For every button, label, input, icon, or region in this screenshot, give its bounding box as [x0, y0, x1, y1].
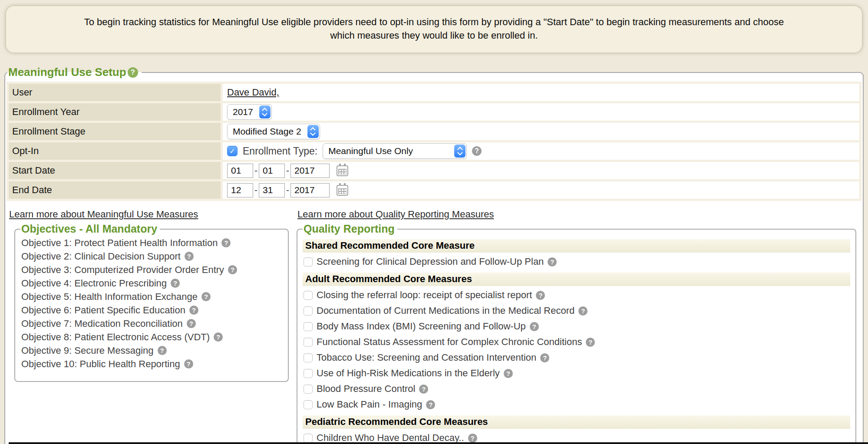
- help-icon[interactable]: ?: [201, 292, 211, 301]
- help-icon[interactable]: ?: [214, 332, 223, 342]
- enrollment-type-label: Enrollment Type:: [243, 145, 317, 157]
- measure-label: Closing the referral loop: receipt of sp…: [317, 289, 532, 301]
- objective-item: Objective 4: Electronic Prescribing ?: [20, 276, 283, 290]
- chevron-down-icon: [457, 150, 463, 155]
- help-icon[interactable]: ?: [426, 400, 435, 409]
- objective-item: Objective 6: Patient Specific Education …: [20, 303, 283, 317]
- calendar-icon[interactable]: [337, 185, 348, 196]
- enrollment-stage-value: Modified Stage 2: [233, 126, 307, 137]
- date-separator: -: [254, 185, 257, 195]
- opt-in-checkbox[interactable]: ✓: [227, 146, 238, 156]
- enrollment-year-select[interactable]: 2017: [227, 104, 272, 120]
- help-icon[interactable]: ?: [221, 238, 231, 247]
- objective-item: Objective 5: Health Information Exchange…: [20, 290, 283, 303]
- help-icon[interactable]: ?: [536, 291, 545, 300]
- measure-label: Use of High-Risk Medications in the Elde…: [317, 368, 500, 379]
- end-month-input[interactable]: [227, 183, 253, 197]
- table-row-enrollment-stage: Enrollment Stage Modified Stage 2: [9, 123, 859, 140]
- help-icon[interactable]: ?: [171, 279, 180, 288]
- measure-section-header: Shared Recommended Core Measure: [303, 239, 850, 253]
- measure-row: Functional Status Assessment for Complex…: [303, 334, 850, 350]
- objective-label: Objective 8: Patient Electronic Access (…: [21, 332, 210, 343]
- objective-item: Objective 8: Patient Electronic Access (…: [20, 330, 283, 344]
- measure-checkbox[interactable]: [304, 322, 313, 331]
- learn-more-mu-link[interactable]: Learn more about Meaningful Use Measures: [9, 209, 198, 220]
- select-spinner: [307, 125, 319, 138]
- measure-checkbox[interactable]: [304, 400, 313, 409]
- measure-checkbox[interactable]: [304, 291, 313, 300]
- measure-label: Functional Status Assessment for Complex…: [317, 336, 582, 348]
- frame-bottom-edge: [9, 442, 868, 444]
- objective-label: Objective 6: Patient Specific Education: [21, 305, 185, 316]
- meaningful-use-page: { "banner": { "line1": "To begin trackin…: [0, 0, 868, 444]
- table-row-enrollment-year: Enrollment Year 2017: [9, 103, 859, 121]
- table-row-start-date: Start Date - -: [9, 162, 859, 179]
- objective-item: Objective 3: Computerized Provider Order…: [20, 263, 283, 276]
- help-icon[interactable]: ?: [586, 338, 595, 347]
- enrollment-stage-label: Enrollment Stage: [9, 123, 221, 140]
- user-link[interactable]: Dave David,: [227, 87, 279, 98]
- help-icon[interactable]: ?: [228, 265, 237, 274]
- objective-label: Objective 9: Secure Messaging: [21, 345, 154, 356]
- measure-checkbox[interactable]: [304, 338, 313, 347]
- measure-label: Tobacco Use: Screening and Cessation Int…: [317, 352, 536, 363]
- measure-row: Closing the referral loop: receipt of sp…: [303, 287, 850, 303]
- objectives-fieldset: Objectives - All Mandatory Objective 1: …: [14, 223, 289, 382]
- help-icon[interactable]: ?: [548, 257, 557, 266]
- objectives-list: Objective 1: Protect Patient Health Info…: [20, 236, 283, 371]
- start-day-input[interactable]: [259, 164, 285, 178]
- objective-label: Objective 2: Clinical Decision Support: [21, 251, 181, 262]
- quality-measures-list: Shared Recommended Core Measure Screenin…: [303, 239, 850, 444]
- objective-item: Objective 7: Medication Reconciliation ?: [20, 317, 283, 330]
- measure-checkbox[interactable]: [304, 369, 313, 378]
- measure-row: Low Back Pain - Imaging ?: [303, 397, 850, 412]
- start-year-input[interactable]: [290, 164, 330, 178]
- table-row-opt-in: Opt-In ✓ Enrollment Type: Meaningful Use…: [9, 142, 859, 160]
- banner-line-1: To begin tracking statistics for Meaning…: [22, 15, 846, 29]
- objectives-legend: Objectives - All Mandatory: [20, 223, 160, 235]
- help-icon[interactable]: ?: [189, 306, 198, 315]
- help-icon[interactable]: ?: [187, 319, 196, 328]
- enrollment-type-select[interactable]: Meaningful Use Only: [323, 143, 467, 159]
- measure-checkbox[interactable]: [304, 257, 313, 266]
- measure-section-header: Adult Recommended Core Measures: [303, 273, 850, 286]
- enrollment-type-value: Meaningful Use Only: [328, 146, 418, 156]
- start-month-input[interactable]: [227, 164, 253, 178]
- enrollment-stage-select[interactable]: Modified Stage 2: [227, 124, 320, 139]
- end-day-input[interactable]: [259, 183, 285, 197]
- objective-label: Objective 3: Computerized Provider Order…: [21, 264, 224, 276]
- help-icon[interactable]: ?: [419, 385, 428, 394]
- calendar-icon[interactable]: [337, 165, 348, 176]
- help-icon[interactable]: ?: [158, 346, 167, 355]
- enrollment-year-value: 2017: [233, 107, 258, 117]
- objective-item: Objective 9: Secure Messaging ?: [20, 344, 283, 357]
- help-icon[interactable]: ?: [185, 252, 194, 261]
- table-row-user: User Dave David,: [9, 84, 859, 101]
- help-icon[interactable]: ?: [578, 306, 587, 316]
- help-icon[interactable]: ?: [468, 434, 477, 443]
- measure-row: Tobacco Use: Screening and Cessation Int…: [303, 350, 850, 365]
- help-icon[interactable]: ?: [530, 322, 539, 331]
- setup-legend: Meaningful Use Setup?: [7, 66, 142, 79]
- measure-row: Body Mass Index (BMI) Screening and Foll…: [303, 319, 850, 334]
- end-date-label: End Date: [9, 181, 221, 199]
- date-separator: -: [254, 165, 257, 176]
- quality-reporting-fieldset: Quality Reporting Shared Recommended Cor…: [297, 223, 856, 444]
- measure-checkbox[interactable]: [304, 306, 313, 316]
- help-icon[interactable]: ?: [504, 369, 513, 378]
- meaningful-use-setup-fieldset: Meaningful Use Setup? User Dave David, E…: [4, 66, 864, 444]
- measure-label: Documentation of Current Medications in …: [317, 305, 574, 316]
- objective-item: Objective 10: Public Health Reporting ?: [20, 357, 283, 371]
- measure-checkbox[interactable]: [304, 385, 313, 394]
- help-icon[interactable]: ?: [184, 359, 193, 368]
- measure-checkbox[interactable]: [304, 353, 313, 362]
- measure-checkbox[interactable]: [304, 434, 313, 443]
- help-icon[interactable]: ?: [128, 67, 138, 78]
- help-icon[interactable]: ?: [540, 353, 549, 362]
- learn-more-qr-link[interactable]: Learn more about Quality Reporting Measu…: [297, 209, 494, 220]
- end-year-input[interactable]: [290, 183, 330, 197]
- objective-item: Objective 2: Clinical Decision Support ?: [20, 250, 283, 263]
- help-icon[interactable]: ?: [472, 146, 482, 156]
- table-row-end-date: End Date - -: [9, 181, 859, 199]
- banner-line-2: which measures they would like to be enr…: [22, 29, 846, 42]
